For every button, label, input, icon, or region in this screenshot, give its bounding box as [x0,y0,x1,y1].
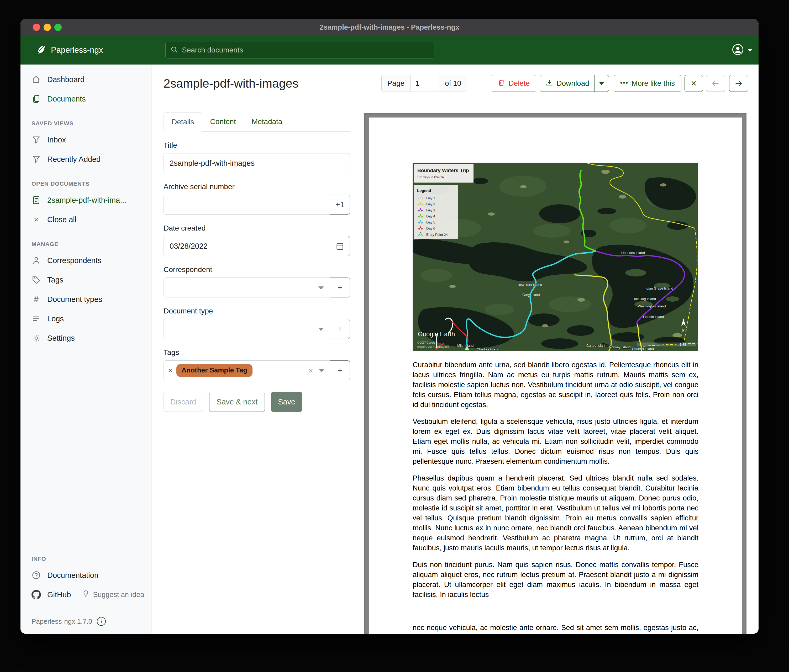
copyright-label: © 2017 Google [417,341,435,344]
delete-button[interactable]: Delete [491,75,536,92]
legend-entry: Day 6 [426,226,435,230]
sidebar-item-label: Recently Added [47,155,101,164]
island-label: Charlies Island [477,347,499,351]
next-document-button[interactable] [729,75,748,92]
sidebar-item-documents[interactable]: Documents [21,89,152,108]
close-icon: × [32,215,41,224]
correspondent-label: Correspondent [163,266,350,274]
leaf-logo-icon [36,44,47,56]
page-label: Page [382,75,410,92]
island-label: Norway Island [609,345,631,349]
tab-content[interactable]: Content [202,112,244,131]
suggest-idea-label: Suggest an idea [93,591,144,599]
map-image: Hausons Island New York Island Gary Isla… [413,162,698,351]
download-options-button[interactable] [595,75,609,92]
discard-button[interactable]: Discard [163,392,203,412]
chevron-down-icon [318,328,324,331]
island-label: Lincoln Island [643,315,664,319]
saved-views-header: SAVED VIEWS [21,120,152,127]
date-created-input[interactable] [163,236,330,256]
page-number-input[interactable] [410,75,439,92]
close-window-button[interactable] [33,24,40,31]
sidebar-item-logs[interactable]: Logs [21,309,152,328]
brand[interactable]: Paperless-ngx [36,44,103,56]
chevron-down-icon [319,369,324,373]
search-box [165,42,434,59]
document-type-select[interactable] [163,319,330,339]
version-row: Paperless-ngx 1.7.0 i [21,617,152,626]
sidebar-item-correspondents[interactable]: Correspondents [21,251,152,270]
minimize-window-button[interactable] [43,24,51,31]
sidebar-item-tags[interactable]: Tags [21,270,152,290]
title-input[interactable] [163,153,350,173]
sidebar-item-open-document[interactable]: 2sample-pdf-with-ima... [21,190,152,210]
navbar: Paperless-ngx [21,36,759,65]
sidebar-item-label: Close all [47,215,77,224]
search-input[interactable] [182,46,430,54]
tags-select[interactable]: × Another Sample Tag × [163,360,330,380]
correspondent-select[interactable] [163,277,330,298]
island-label: Indian Grave Island [644,287,673,290]
manage-header: MANAGE [21,241,152,248]
title-field-label: Title [163,141,350,150]
add-document-type-button[interactable]: + [330,319,350,339]
trash-icon [497,79,505,88]
legend-title: Legend [417,188,431,193]
sidebar-item-label: 2sample-pdf-with-ima... [47,196,126,205]
sidebar-item-dashboard[interactable]: Dashboard [21,70,152,89]
asn-input[interactable] [163,194,330,215]
remove-tag-icon[interactable]: × [168,366,173,375]
close-document-button[interactable]: × [685,75,703,92]
scale-label: 3 mi [680,343,686,347]
asn-plus-one-button[interactable]: +1 [330,194,350,215]
tab-metadata[interactable]: Metadata [244,112,290,131]
add-correspondent-button[interactable]: + [330,277,350,298]
save-next-button[interactable]: Save & next [209,392,265,412]
sidebar-item-recently-added[interactable]: Recently Added [21,150,152,169]
home-icon [32,75,41,84]
tab-details[interactable]: Details [163,112,202,132]
user-menu[interactable] [732,44,752,56]
chevron-down-icon [599,82,604,85]
info-icon[interactable]: i [97,617,106,626]
legend-entry: Day 3 [426,208,435,212]
screenshot-stage: 2sample-pdf-with-images - Paperless-ngx … [0,0,789,672]
user-caret-icon [747,49,752,52]
map-legend: Legend Day 1 Day 2 Day 3 Day 4 Day 5 [414,185,458,239]
tag-chip[interactable]: Another Sample Tag [176,364,253,377]
sidebar-item-label: Inbox [47,135,66,144]
hash-icon: # [32,295,41,304]
pdf-paragraph: Phasellus dapibus quam a hendrerit place… [413,473,698,553]
zoom-window-button[interactable] [54,24,62,31]
more-like-this-button[interactable]: ••• More like this [614,75,681,92]
sidebar-item-github[interactable]: GitHub [21,585,71,604]
sidebar-item-label: Tags [47,275,63,284]
sidebar-item-label: Dashboard [47,75,85,84]
sidebar-item-label: Documents [47,95,86,104]
previous-document-button[interactable] [706,75,725,92]
calendar-button[interactable] [330,236,350,256]
traffic-lights [33,24,62,31]
question-circle-icon [32,571,41,580]
version-label: Paperless-ngx 1.7.0 [32,618,92,626]
map-subtitle: Six days in BWCA [417,175,444,179]
suggest-idea-link[interactable]: Suggest an idea [82,590,144,600]
sidebar-item-inbox[interactable]: Inbox [21,130,152,150]
sidebar-item-document-types[interactable]: # Document types [21,290,152,309]
copyright-label: Image © 2017 DigitalGlobe [417,346,449,348]
watermark-label: Google Earth [418,331,455,338]
close-icon: × [691,78,696,89]
download-button[interactable]: Download [540,75,595,92]
pdf-viewer[interactable]: Hausons Island New York Island Gary Isla… [364,113,746,634]
page-count-label: of 10 [439,75,467,92]
save-button[interactable]: Save [271,392,302,412]
map-title: Boundary Waters Trip [417,167,469,173]
arrow-left-icon [711,79,720,88]
add-tag-button[interactable]: + [330,360,350,380]
sidebar-item-close-all[interactable]: × Close all [21,210,152,229]
tags-field-label: Tags [163,348,350,357]
sidebar-item-settings[interactable]: Settings [21,328,152,348]
document-type-label: Document type [163,307,350,315]
clear-tags-icon[interactable]: × [308,366,313,376]
sidebar-item-documentation[interactable]: Documentation [21,565,152,585]
